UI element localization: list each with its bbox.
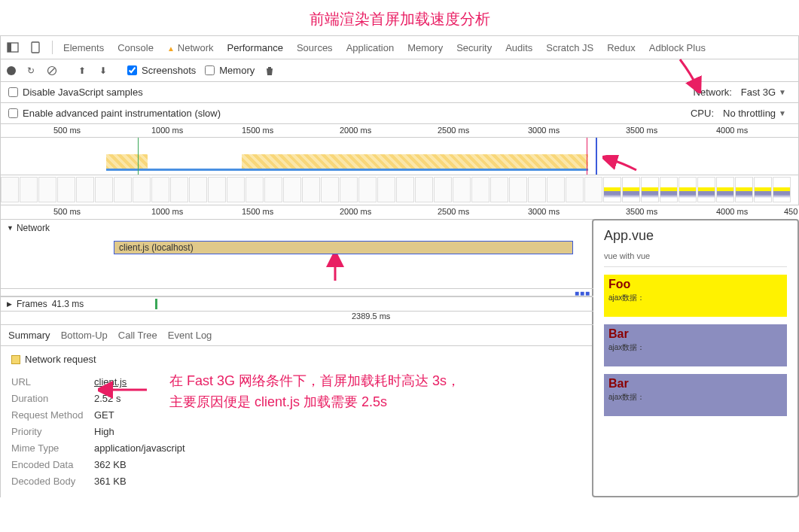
filmstrip-frame[interactable]: [773, 177, 791, 202]
network-section-label: Network: [17, 223, 50, 233]
filmstrip-frame[interactable]: [358, 177, 377, 202]
filmstrip-frame[interactable]: [453, 177, 471, 202]
preview-block: Barajax数据：: [604, 374, 787, 416]
advanced-paint-checkbox[interactable]: [8, 108, 18, 118]
filmstrip-frame[interactable]: [170, 177, 188, 202]
detail-tab-summary[interactable]: Summary: [8, 330, 50, 341]
filmstrip-frame[interactable]: [283, 177, 301, 202]
filmstrip-frame[interactable]: [264, 177, 282, 202]
filmstrip-frame[interactable]: [547, 177, 565, 202]
detail-tab-call-tree[interactable]: Call Tree: [118, 330, 157, 341]
clear-icon[interactable]: [46, 65, 58, 77]
timeline-overview-ruler[interactable]: 500 ms1000 ms1500 ms2000 ms2500 ms3000 m…: [0, 124, 799, 138]
network-throttle-select[interactable]: Fast 3G ▼: [736, 86, 791, 99]
filmstrip-frame[interactable]: [227, 177, 245, 202]
filmstrip-frame[interactable]: [471, 177, 489, 202]
filmstrip-frame[interactable]: [208, 177, 226, 202]
filmstrip-frame[interactable]: [415, 177, 433, 202]
cpu-throttle-value: No throttling: [723, 108, 776, 119]
filmstrip-frame[interactable]: [716, 177, 734, 202]
tab-adblock-plus[interactable]: Adblock Plus: [649, 39, 706, 56]
memory-checkbox[interactable]: [205, 65, 215, 75]
device-toggle-icon[interactable]: [29, 41, 41, 53]
tab-redux[interactable]: Redux: [607, 39, 636, 56]
ruler-tick: 500 ms: [53, 207, 81, 216]
ruler-tick: 1500 ms: [242, 207, 273, 216]
filmstrip-frame[interactable]: [57, 177, 75, 202]
filmstrip-frame[interactable]: [679, 177, 697, 202]
filmstrip-frame[interactable]: [377, 177, 395, 202]
memory-label: Memory: [219, 65, 255, 76]
detail-tab-bottom-up[interactable]: Bottom-Up: [61, 330, 108, 341]
timeline-main-ruler[interactable]: 500 ms1000 ms1500 ms2000 ms2500 ms3000 m…: [0, 205, 799, 219]
filmstrip-frame[interactable]: [434, 177, 452, 202]
filmstrip-frame[interactable]: [697, 177, 715, 202]
summary-url-link[interactable]: client.js: [94, 376, 127, 388]
ruler-tick: 2500 ms: [438, 126, 469, 135]
filmstrip-frame[interactable]: [189, 177, 207, 202]
filmstrip-frame[interactable]: [1, 177, 19, 202]
marker-dom-content: [138, 138, 139, 175]
filmstrip-frame[interactable]: [660, 177, 678, 202]
tab-console[interactable]: Console: [117, 39, 154, 56]
filmstrip-frame[interactable]: [509, 177, 527, 202]
filmstrip-frame[interactable]: [302, 177, 320, 202]
tab-application[interactable]: Application: [346, 39, 395, 56]
ruler-tick: 1500 ms: [242, 126, 273, 135]
filmstrip-frame[interactable]: [133, 177, 151, 202]
network-section-header[interactable]: ▼ Network: [1, 220, 593, 236]
filmstrip-frame[interactable]: [603, 177, 621, 202]
tab-security[interactable]: Security: [456, 39, 492, 56]
network-lane[interactable]: client.js (localhost): [1, 236, 593, 289]
performance-toolbar: ↻ ⬆ ⬇ Screenshots Memory: [0, 59, 799, 82]
timeline-body: ▼ Network client.js (localhost) ■■■ ▶ Fr…: [0, 219, 799, 497]
overview-activity-block: [106, 154, 148, 169]
filmstrip-frame[interactable]: [528, 177, 546, 202]
filmstrip-frame[interactable]: [76, 177, 94, 202]
tab-network[interactable]: Network: [167, 39, 214, 56]
timeline-overview[interactable]: [0, 138, 799, 175]
filmstrip-frame[interactable]: [754, 177, 772, 202]
filmstrip-frame[interactable]: [584, 177, 602, 202]
tab-memory[interactable]: Memory: [407, 39, 443, 56]
frame-marker-green: [155, 299, 157, 309]
frames-timeline[interactable]: 2389.5 ms: [1, 312, 593, 325]
tab-audits[interactable]: Audits: [505, 39, 532, 56]
filmstrip-frame[interactable]: [396, 177, 414, 202]
detail-tab-event-log[interactable]: Event Log: [168, 330, 212, 341]
reload-icon[interactable]: ↻: [25, 65, 37, 77]
tab-elements[interactable]: Elements: [63, 39, 104, 56]
screenshot-filmstrip[interactable]: [0, 175, 799, 205]
summary-kv-mime: Mime Typeapplication/javascript: [11, 440, 583, 457]
tab-performance[interactable]: Performance: [227, 39, 283, 56]
filmstrip-frame[interactable]: [114, 177, 132, 202]
frames-section-header[interactable]: ▶ Frames 41.3 ms: [1, 296, 593, 312]
record-button[interactable]: [7, 66, 16, 75]
filmstrip-frame[interactable]: [641, 177, 659, 202]
cpu-throttle-select[interactable]: No throttling ▼: [718, 107, 791, 120]
filmstrip-frame[interactable]: [566, 177, 584, 202]
ruler-tick: 4000 ms: [716, 126, 748, 135]
dock-side-icon[interactable]: [7, 41, 19, 53]
save-profile-icon[interactable]: ⬇: [97, 65, 109, 77]
filmstrip-frame[interactable]: [622, 177, 640, 202]
filmstrip-frame[interactable]: [245, 177, 264, 202]
garbage-collect-icon[interactable]: [264, 65, 276, 77]
tab-scratch-js[interactable]: Scratch JS: [546, 39, 593, 56]
filmstrip-frame[interactable]: [490, 177, 508, 202]
screenshots-checkbox[interactable]: [127, 65, 137, 75]
ruler-tick: 3500 ms: [626, 126, 657, 135]
network-request-bar[interactable]: client.js (localhost): [114, 241, 573, 254]
load-profile-icon[interactable]: ⬆: [76, 65, 88, 77]
filmstrip-frame[interactable]: [95, 177, 113, 202]
filmstrip-frame[interactable]: [340, 177, 358, 202]
filmstrip-frame[interactable]: [20, 177, 38, 202]
filmstrip-frame[interactable]: [735, 177, 753, 202]
disable-js-checkbox[interactable]: [8, 87, 18, 97]
filmstrip-frame[interactable]: [321, 177, 339, 202]
filmstrip-frame[interactable]: [38, 177, 56, 202]
preview-block: Fooajax数据：: [604, 275, 787, 317]
tab-sources[interactable]: Sources: [297, 39, 333, 56]
filmstrip-frame[interactable]: [151, 177, 169, 202]
network-bar-label: client.js (localhost): [119, 242, 194, 253]
